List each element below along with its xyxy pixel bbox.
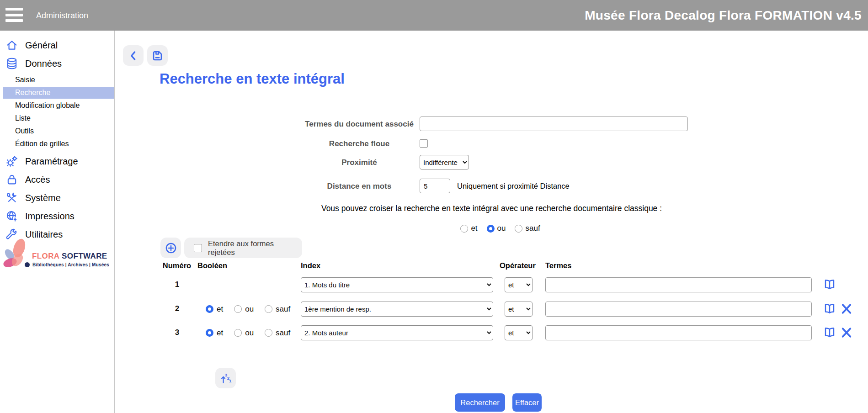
plus-circle-icon [165,242,177,254]
index-select-3[interactable]: 2. Mots auteur [301,325,493,340]
bool3-et-radio[interactable] [206,329,213,337]
delete-row-button-3[interactable] [840,326,853,340]
back-button[interactable] [123,45,144,66]
gears-icon [5,155,18,168]
sidebar-item-systeme[interactable]: Système [0,189,114,207]
bool3-sauf-label[interactable]: sauf [276,328,290,338]
index-browse-button-3[interactable] [823,326,836,340]
sidebar-item-label: Système [25,193,61,203]
sidebar-item-acces[interactable]: Accès [0,170,114,189]
operator-select-3[interactable]: et [505,325,533,340]
combine-et-radio[interactable] [460,225,468,233]
etendre-formes-box: Etendre aux formes rejetées [184,238,302,258]
bool2-ou-radio[interactable] [234,305,242,313]
etendre-formes-checkbox[interactable] [194,244,202,252]
search-button[interactable]: Rechercher [455,393,505,412]
sidebar-item-edition-grilles[interactable]: Édition de grilles [0,138,114,150]
app-screen: Administration Musée Flora Decalog Flora… [0,0,868,413]
bool2-et-label[interactable]: et [217,305,223,314]
termes-input-3[interactable] [545,325,812,340]
bool3-sauf-radio[interactable] [265,329,272,337]
clear-button[interactable]: Effacer [512,393,542,412]
termes-input-1[interactable] [545,277,812,292]
open-book-icon [823,302,836,315]
lock-icon [5,173,18,186]
hamburger-icon[interactable] [5,8,23,22]
bool2-et-radio[interactable] [206,305,213,313]
top-bar: Administration Musée Flora Decalog Flora… [0,0,868,31]
distance-input[interactable] [420,179,450,193]
combine-sauf-label[interactable]: sauf [525,224,540,233]
bool2-sauf-label[interactable]: sauf [276,305,290,314]
logo-tagline: Bibliothèques | Archives | Musées [32,262,109,267]
boolean-group-3: et ou sauf [206,325,290,340]
criterion-row: 2 et ou sauf 1ère mention de resp. et [115,302,868,317]
sidebar-submenu: Saisie Recherche Modification globale Li… [0,74,114,150]
add-criterion-button[interactable] [160,238,181,258]
operator-select-1[interactable]: et [505,277,533,292]
save-button[interactable] [147,45,168,66]
home-icon [5,39,18,52]
sidebar-item-saisie[interactable]: Saisie [0,74,114,86]
sidebar-item-general[interactable]: Général [0,36,114,54]
termes-doc-input[interactable] [420,116,688,131]
col-header-booleen: Booléen [197,261,227,270]
app-title: Musée Flora Decalog Flora FORMATION v4.5 [585,8,862,23]
proximite-label: Proximité [300,158,419,167]
sidebar-item-recherche[interactable]: Recherche [3,87,114,99]
bool2-ou-label[interactable]: ou [245,305,254,314]
sidebar-item-parametrage[interactable]: Paramétrage [0,152,114,170]
boolean-group-2: et ou sauf [206,302,290,317]
sidebar-item-liste[interactable]: Liste [0,112,114,124]
section-title: Administration [36,11,88,20]
operator-select-2[interactable]: et [505,302,533,317]
col-header-numero: Numéro [163,261,191,270]
distance-note: Uniquement si proximité Distance [457,182,570,191]
recherche-floue-checkbox[interactable] [420,139,428,148]
delete-row-button-2[interactable] [840,302,853,316]
sidebar-item-label: Général [25,40,58,51]
sidebar-item-donnees[interactable]: Données [0,54,114,73]
bool3-ou-radio[interactable] [234,329,242,337]
bool3-ou-label[interactable]: ou [245,328,254,338]
distance-label: Distance en mots [300,182,419,191]
sidebar-item-label: Paramétrage [25,156,78,167]
row-number: 1 [165,280,190,289]
save-icon [151,49,164,62]
combine-et-label[interactable]: et [471,224,477,233]
svg-text:1: 1 [229,378,232,383]
logo-dot [25,262,30,267]
logo-brand-secondary: SOFTWARE [62,252,107,260]
sidebar-item-label: Impressions [25,211,75,222]
row-number: 2 [165,304,190,313]
main-content: Recherche en texte intégral Termes du do… [115,31,868,413]
delete-x-icon [840,326,853,339]
index-select-1[interactable]: 1. Mots du titre [301,277,493,292]
combine-ou-radio[interactable] [487,225,495,233]
index-select-2[interactable]: 1ère mention de resp. [301,302,493,317]
sidebar-item-impressions[interactable]: Impressions [0,207,114,225]
etendre-formes-label: Etendre aux formes rejetées [208,239,302,257]
index-browse-button-1[interactable] [823,278,836,292]
combine-sauf-radio[interactable] [515,225,522,233]
bool2-sauf-radio[interactable] [265,305,272,313]
flora-software-logo: FLORA SOFTWARE Bibliothèques | Archives … [2,235,109,273]
termes-input-2[interactable] [545,302,812,317]
index-browse-button-2[interactable] [823,302,836,316]
sidebar-item-label: Données [25,58,62,69]
combine-ou-label[interactable]: ou [497,224,506,233]
sort-numeric-icon: 321 [219,372,232,385]
logo-brand: FLORA SOFTWARE [32,252,109,261]
sort-criteria-button[interactable]: 321 [215,368,236,388]
globe-icon [5,210,18,222]
open-book-icon [823,326,836,339]
termes-doc-label: Termes du document associé [300,120,419,129]
proximite-select[interactable]: Indifférente [420,155,469,169]
tools-icon [5,191,18,204]
combine-operator-group: et ou sauf [115,224,868,233]
sidebar: Général Données Saisie Recherche Modific… [0,31,115,413]
sidebar-item-outils[interactable]: Outils [0,125,114,137]
bool3-et-label[interactable]: et [217,328,223,338]
col-header-index: Index [301,261,320,270]
sidebar-item-modification-globale[interactable]: Modification globale [0,100,114,111]
